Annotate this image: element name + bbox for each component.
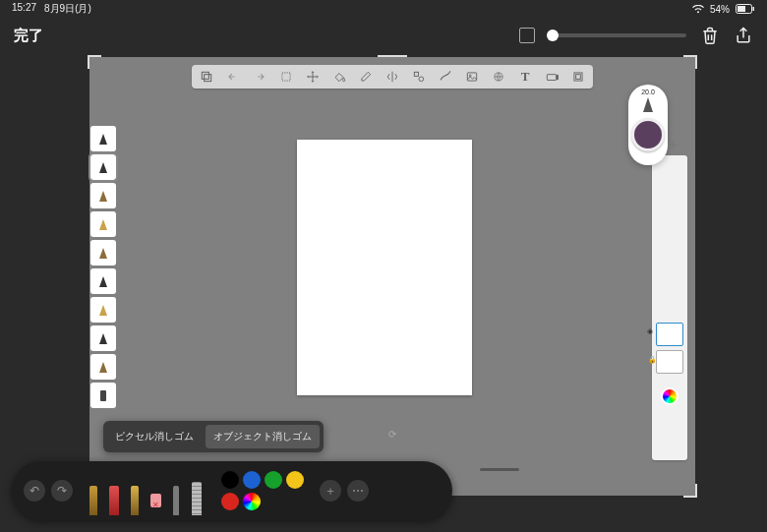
dock-marker-tool[interactable] [105,472,123,515]
dock-add-button[interactable]: ＋ [320,480,341,502]
pen-preset-2[interactable] [90,154,116,180]
canvas-toolbar: T [192,65,593,89]
dock-eraser-tool[interactable] [147,464,164,507]
brush-size-panel[interactable]: 20.0 ＋ [628,85,668,165]
symmetry-icon[interactable] [384,68,401,86]
pen-preset-9[interactable] [90,354,116,380]
image-icon[interactable] [463,68,481,86]
pen-preset-10[interactable] [90,383,116,408]
right-sidebar [652,155,687,460]
layer-panel: ◉ 🔒 [656,323,683,405]
eraser-pixel-option[interactable]: ピクセル消しゴム [107,425,202,448]
swatch-blue[interactable] [243,471,261,489]
fill-icon[interactable] [330,68,348,86]
opacity-reference-box[interactable] [519,28,535,43]
svg-rect-4 [205,75,211,82]
crop-handle-tr[interactable] [683,55,697,69]
status-time: 15:27 [12,2,36,16]
text-tool-icon[interactable]: T [516,68,534,86]
layer-background[interactable]: 🔒 [656,350,683,374]
svg-rect-5 [282,73,290,81]
select-rect-icon[interactable] [277,68,295,86]
pen-preset-3[interactable] [90,183,116,208]
battery-icon [736,4,755,14]
svg-rect-12 [574,73,582,81]
dock-color-swatches [221,471,308,510]
swatch-black[interactable] [221,471,239,489]
swatch-yellow[interactable] [286,471,304,489]
share-icon[interactable] [734,26,753,45]
undo-icon[interactable] [224,68,242,86]
trash-icon[interactable] [700,26,720,45]
dock-pencil-tool[interactable] [126,472,144,515]
dock-drag-handle[interactable] [480,468,519,471]
crop-handle-tl[interactable] [88,55,101,69]
svg-rect-11 [547,75,556,81]
pen-preset-7[interactable] [90,297,116,323]
swatch-red[interactable] [221,493,239,510]
brush-nib-icon [643,97,653,112]
camera-icon[interactable] [543,68,560,86]
layer-visibility-icon[interactable]: ◉ [647,327,653,335]
eraser-mode-popup: ピクセル消しゴム オブジェクト消しゴム [103,421,324,452]
layer-lock-icon: 🔒 [648,356,657,364]
status-date: 8月9日(月) [44,2,91,16]
canvas-page[interactable] [297,140,472,395]
eraser-object-option[interactable]: オブジェクト消しゴム [206,425,320,448]
dock-more-button[interactable]: ⋯ [347,480,369,502]
frame-icon[interactable] [569,68,587,86]
svg-rect-6 [414,72,418,76]
3d-icon[interactable] [490,68,507,86]
crop-handle-top[interactable] [378,55,407,57]
dock-redo-button[interactable]: ↷ [51,480,73,502]
curve-icon[interactable] [437,68,454,86]
status-battery: 54% [710,4,730,15]
svg-rect-2 [753,7,755,11]
status-bar: 15:27 8月9日(月) 54% [0,0,767,18]
pen-preset-5[interactable] [90,240,116,266]
crop-handle-br[interactable] [683,484,697,498]
move-icon[interactable] [304,68,322,86]
opacity-slider[interactable] [549,33,686,37]
done-button[interactable]: 完了 [14,27,43,45]
svg-rect-8 [467,73,476,81]
wifi-icon [692,5,704,14]
brush-color-swatch[interactable] [631,118,665,151]
swatch-green[interactable] [265,471,282,489]
dock-cutter-tool[interactable] [167,472,185,515]
brush-size-label: 20.0 [641,89,655,95]
dock-pen-tool[interactable] [85,472,102,515]
shapes-icon[interactable] [410,68,428,86]
layers-icon[interactable] [198,68,215,86]
svg-point-7 [419,77,424,82]
pen-preset-4[interactable] [90,211,116,237]
canvas-center-icon[interactable]: ⟳ [388,429,396,440]
layer-1[interactable]: ◉ [656,323,683,346]
dock-undo-button[interactable]: ↶ [24,480,45,502]
pen-preset-1[interactable] [90,126,116,151]
color-wheel-icon[interactable] [661,387,678,405]
redo-icon[interactable] [251,68,268,86]
svg-rect-13 [576,75,581,80]
svg-rect-3 [202,72,208,79]
pen-preset-6[interactable] [90,268,116,294]
add-brush-icon[interactable]: ＋ [666,136,679,153]
app-header: 完了 [0,18,767,53]
dock-ruler-tool[interactable] [188,472,206,515]
eraser-icon[interactable] [357,68,375,86]
tool-dock: ↶ ↷ ＋ ⋯ [12,461,452,520]
swatch-rainbow[interactable] [243,493,261,510]
pen-presets [90,126,116,411]
svg-rect-1 [738,6,745,12]
pen-preset-8[interactable] [90,325,116,351]
